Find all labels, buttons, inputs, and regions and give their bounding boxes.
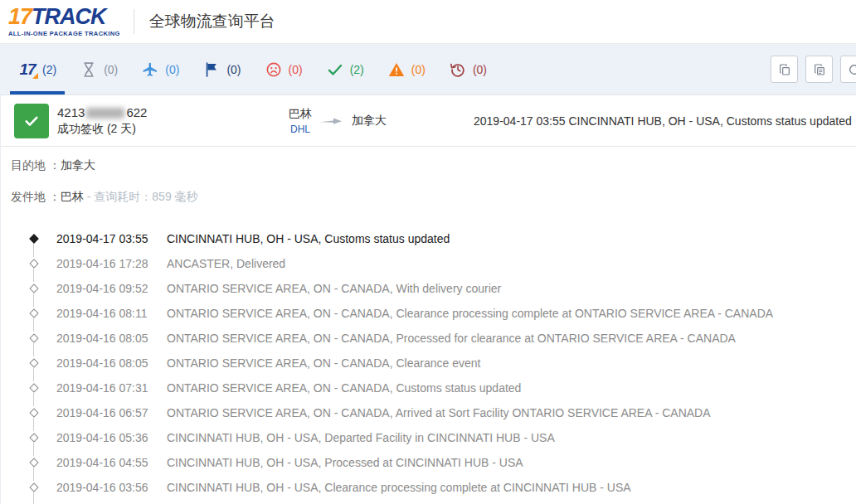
event-description: CINCINNATI HUB, OH - USA, Processed at C… bbox=[167, 456, 523, 469]
tab-not-found[interactable]: (0) bbox=[68, 44, 129, 94]
copy-number-button[interactable] bbox=[771, 56, 798, 83]
event-timestamp: 2019-04-16 07:31 bbox=[56, 381, 167, 395]
tracking-event-row: 2019-04-16 05:36 CINCINNATI HUB, OH - US… bbox=[1, 425, 856, 450]
tab-pick-up[interactable]: (0) bbox=[191, 44, 252, 94]
event-description: ONTARIO SERVICE AREA, ON - CANADA, Arriv… bbox=[167, 406, 711, 419]
toolbar bbox=[771, 56, 856, 83]
flag-icon bbox=[202, 61, 221, 79]
destination-row: 目的地 ：加拿大 bbox=[11, 158, 856, 173]
tracking-event-row: 2019-04-16 08:05 ONTARIO SERVICE AREA, O… bbox=[1, 326, 856, 351]
timeline-diamond-icon bbox=[29, 385, 39, 391]
tab-alert[interactable]: (0) bbox=[376, 44, 437, 94]
route-arrow-icon bbox=[320, 116, 342, 126]
page-header: 17TRACK ALL-IN-ONE PACKAGE TRACKING 全球物流… bbox=[0, 0, 856, 44]
timeline-diamond-icon bbox=[29, 434, 39, 441]
event-description: CINCINNATI HUB, OH - USA, Customs status… bbox=[167, 232, 450, 245]
event-timestamp: 2019-04-16 17:28 bbox=[56, 257, 167, 270]
event-description: ONTARIO SERVICE AREA, ON - CANADA, Clear… bbox=[167, 356, 480, 370]
event-timestamp: 2019-04-16 03:56 bbox=[56, 481, 167, 494]
tab-count: (0) bbox=[165, 63, 179, 76]
timeline-diamond-icon bbox=[29, 285, 39, 292]
timeline-diamond-icon bbox=[29, 410, 39, 416]
event-description: ONTARIO SERVICE AREA, ON - CANADA, Proce… bbox=[167, 332, 736, 345]
route-origin: 巴林 DHL bbox=[289, 107, 312, 135]
tracking-event-row: 2019-04-16 03:48 CINCINNATI HUB, OH - US… bbox=[1, 500, 856, 504]
timeline-diamond-icon bbox=[29, 335, 39, 342]
event-timestamp: 2019-04-16 08:05 bbox=[56, 356, 167, 370]
redacted-digits bbox=[86, 108, 124, 119]
package-panel: 4213622 成功签收 (2 天) 巴林 DHL 加拿大 2019-04-17… bbox=[0, 95, 856, 504]
package-id-block: 4213622 成功签收 (2 天) bbox=[57, 105, 289, 137]
tracking-event-row: 2019-04-16 03:56 CINCINNATI HUB, OH - US… bbox=[1, 475, 856, 500]
event-timestamp: 2019-04-16 04:55 bbox=[56, 456, 167, 469]
destination-label: 目的地 ： bbox=[11, 158, 61, 172]
timeline-diamond-icon bbox=[29, 360, 39, 366]
origin-value: 巴林 bbox=[61, 190, 84, 203]
event-description: CINCINNATI HUB, OH - USA, Clearance proc… bbox=[167, 481, 631, 494]
tab-count: (0) bbox=[411, 63, 426, 76]
tracking-number[interactable]: 4213622 bbox=[57, 105, 289, 119]
refresh-button[interactable] bbox=[840, 56, 856, 83]
tracking-event-row: 2019-04-16 06:57 ONTARIO SERVICE AREA, O… bbox=[1, 400, 856, 425]
query-time: - 查询耗时：859 毫秒 bbox=[84, 190, 198, 203]
tracking-event-row: 2019-04-16 07:31 ONTARIO SERVICE AREA, O… bbox=[1, 376, 856, 400]
tracking-event-row: 2019-04-16 04:55 CINCINNATI HUB, OH - US… bbox=[1, 450, 856, 475]
origin-label: 发件地 ： bbox=[11, 190, 61, 203]
tab-count: (0) bbox=[289, 63, 303, 76]
history-clock-icon bbox=[449, 61, 467, 79]
timeline-diamond-icon bbox=[29, 459, 39, 466]
package-route: 巴林 DHL 加拿大 bbox=[289, 107, 474, 135]
tab-count: (0) bbox=[473, 63, 487, 76]
tab-count: (0) bbox=[226, 63, 241, 76]
latest-event-summary: 2019-04-17 03:55 CINCINNATI HUB, OH - US… bbox=[474, 114, 852, 128]
tracking-event-row: 2019-04-16 09:52 ONTARIO SERVICE AREA, O… bbox=[1, 276, 856, 301]
package-summary-row[interactable]: 4213622 成功签收 (2 天) 巴林 DHL 加拿大 2019-04-17… bbox=[1, 95, 856, 147]
sad-face-icon bbox=[265, 61, 283, 79]
refresh-icon bbox=[848, 63, 856, 76]
check-icon bbox=[23, 113, 40, 129]
origin-country: 巴林 bbox=[289, 107, 312, 122]
timeline-diamond-icon bbox=[29, 484, 39, 491]
seventeen-logo-icon: 17 bbox=[18, 61, 36, 79]
destination-value: 加拿大 bbox=[61, 158, 95, 172]
event-description: CINCINNATI HUB, OH - USA, Departed Facil… bbox=[167, 431, 555, 444]
header-divider bbox=[134, 9, 134, 34]
origin-row: 发件地 ：巴林 - 查询耗时：859 毫秒 bbox=[11, 190, 856, 205]
event-description: ONTARIO SERVICE AREA, ON - CANADA, Custo… bbox=[167, 381, 521, 395]
timeline-diamond-icon bbox=[29, 260, 39, 267]
timeline-diamond-icon bbox=[29, 310, 39, 317]
delivered-status-icon bbox=[14, 104, 49, 138]
carrier-name[interactable]: DHL bbox=[289, 124, 312, 135]
event-description: ONTARIO SERVICE AREA, ON - CANADA, With … bbox=[167, 282, 501, 295]
tab-all[interactable]: 17 (2) bbox=[7, 44, 68, 94]
tab-count: (2) bbox=[42, 63, 56, 76]
logo-tagline: ALL-IN-ONE PACKAGE TRACKING bbox=[8, 31, 120, 37]
event-timestamp: 2019-04-16 08:05 bbox=[56, 332, 167, 345]
timeline-diamond-icon bbox=[29, 235, 39, 242]
tab-delivered[interactable]: (2) bbox=[314, 44, 376, 94]
tracking-event-row: 2019-04-17 03:55 CINCINNATI HUB, OH - US… bbox=[1, 226, 856, 251]
destination-country: 加拿大 bbox=[352, 114, 387, 128]
tab-expired[interactable]: (0) bbox=[437, 44, 499, 94]
copy-lines-icon bbox=[813, 63, 826, 76]
package-meta: 目的地 ：加拿大 发件地 ：巴林 - 查询耗时：859 毫秒 bbox=[1, 147, 856, 225]
tab-count: (0) bbox=[104, 63, 118, 76]
hourglass-icon bbox=[80, 61, 98, 79]
status-tab-bar: 17 (2) (0) (0) (0) (0) (2) (0) (0) bbox=[0, 44, 856, 95]
event-timestamp: 2019-04-16 06:57 bbox=[56, 406, 167, 419]
tab-bar-tabs: 17 (2) (0) (0) (0) (0) (2) (0) (0) bbox=[7, 44, 499, 94]
tab-in-transit[interactable]: (0) bbox=[129, 44, 191, 94]
event-description: ANCASTER, Delivered bbox=[167, 257, 285, 270]
logo-wordmark: 17TRACK bbox=[8, 6, 120, 28]
event-timestamp: 2019-04-16 09:52 bbox=[56, 282, 167, 295]
event-timestamp: 2019-04-17 03:55 bbox=[56, 232, 167, 245]
copy-details-button[interactable] bbox=[805, 56, 833, 83]
tracking-event-row: 2019-04-16 17:28 ANCASTER, Delivered bbox=[1, 251, 856, 276]
event-description: ONTARIO SERVICE AREA, ON - CANADA, Clear… bbox=[167, 307, 773, 320]
warning-triangle-icon bbox=[387, 61, 406, 79]
17track-logo[interactable]: 17TRACK ALL-IN-ONE PACKAGE TRACKING bbox=[8, 6, 120, 37]
check-icon bbox=[326, 61, 344, 79]
tab-delivery-failure[interactable]: (0) bbox=[253, 44, 314, 94]
tracking-event-row: 2019-04-16 08:11 ONTARIO SERVICE AREA, O… bbox=[1, 301, 856, 326]
plane-icon bbox=[141, 61, 159, 79]
